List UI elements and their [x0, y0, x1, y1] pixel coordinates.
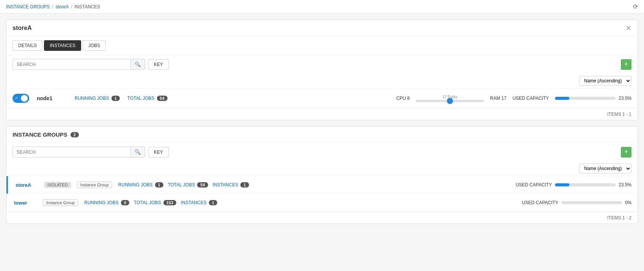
- ig-running-jobs-label-storeA[interactable]: RUNNING JOBS: [118, 182, 153, 187]
- cpu-label: CPU 8: [396, 96, 409, 101]
- ig-running-jobs-label-tower[interactable]: RUNNING JOBS: [84, 200, 119, 205]
- bottom-panel: INSTANCE GROUPS 2 🔍 KEY + Name (Ascendin…: [6, 126, 638, 224]
- tab-details[interactable]: DETAILS: [13, 40, 42, 51]
- bottom-search-input[interactable]: [13, 147, 130, 157]
- ig-total-jobs-badge-tower: 153: [163, 200, 176, 205]
- running-jobs-badge: 1: [111, 96, 120, 101]
- total-jobs-group: TOTAL JOBS 54: [127, 96, 168, 101]
- breadcrumb-sep1: /: [52, 4, 53, 9]
- toggle-check-icon: ✓: [15, 96, 18, 101]
- top-toolbar: 🔍 KEY +: [6, 55, 638, 74]
- top-search-wrap: 🔍: [13, 59, 145, 70]
- top-sort-select[interactable]: Name (Ascending): [579, 76, 631, 86]
- top-add-button[interactable]: +: [621, 59, 631, 70]
- capacity-progress-fill: [555, 97, 569, 100]
- ig-capacity-label-storeA: USED CAPACITY: [516, 182, 552, 187]
- ig-instances-label-storeA[interactable]: INSTANCES: [213, 182, 238, 187]
- running-jobs-label[interactable]: RUNNING JOBS: [75, 96, 109, 101]
- instance-name: node1: [37, 95, 67, 101]
- capacity-pct: 23.5%: [619, 96, 631, 101]
- top-search-input[interactable]: [13, 60, 130, 69]
- tab-instances[interactable]: INSTANCES: [44, 40, 81, 51]
- ig-row-storeA: storeA ISOLATED Instance Group RUNNING J…: [6, 176, 638, 194]
- bottom-panel-body: storeA ISOLATED Instance Group RUNNING J…: [6, 176, 638, 212]
- refresh-button[interactable]: ⟳: [633, 3, 638, 10]
- ig-instances-group-tower: INSTANCES 1: [181, 200, 217, 205]
- bottom-panel-title: INSTANCE GROUPS: [13, 131, 67, 138]
- top-panel-header: storeA ✕: [6, 20, 638, 36]
- ig-total-jobs-group-tower: TOTAL JOBS 153: [134, 200, 176, 205]
- ig-instances-group-storeA: INSTANCES 1: [213, 182, 249, 187]
- capacity-label: USED CAPACITY: [512, 96, 549, 101]
- ig-progress-bar-storeA: [555, 183, 616, 186]
- ig-progress-fill-storeA: [555, 183, 569, 186]
- top-panel-body: ✓ node1 RUNNING JOBS 1 TOTAL JOBS 54 CPU…: [6, 88, 638, 108]
- bottom-sort-bar: Name (Ascending): [6, 161, 638, 176]
- bottom-items-count: ITEMS 1 - 2: [6, 212, 638, 224]
- bottom-search-wrap: 🔍: [13, 147, 145, 158]
- breadcrumb-storea[interactable]: storeA: [55, 4, 69, 9]
- ig-running-jobs-badge-tower: 0: [121, 200, 129, 205]
- capacity-progress-bar: [555, 97, 616, 100]
- top-panel-close-button[interactable]: ✕: [626, 25, 631, 32]
- slider-track[interactable]: [416, 100, 484, 102]
- ig-stats-tower: RUNNING JOBS 0 TOTAL JOBS 153 INSTANCES …: [84, 200, 516, 205]
- top-sort-bar: Name (Ascending): [6, 74, 638, 88]
- ig-row-accent: [6, 176, 8, 194]
- ig-name-tower[interactable]: tower: [14, 200, 37, 206]
- forks-slider-wrap: 17 Forks: [416, 95, 484, 102]
- top-panel: storeA ✕ DETAILS INSTANCES JOBS 🔍 KEY + …: [6, 20, 638, 120]
- ig-total-jobs-label-storeA[interactable]: TOTAL JOBS: [168, 182, 195, 187]
- ig-badge-type-storeA: Instance Group: [77, 181, 112, 188]
- bottom-panel-count-badge: 2: [71, 132, 79, 137]
- bottom-add-button[interactable]: +: [621, 147, 631, 158]
- top-items-count: ITEMS 1 - 1: [6, 108, 638, 120]
- slider-thumb[interactable]: [447, 98, 453, 104]
- ig-badge-isolated: ISOLATED: [44, 182, 71, 188]
- ig-total-jobs-label-tower[interactable]: TOTAL JOBS: [134, 200, 161, 205]
- ig-capacity-label-tower: USED CAPACITY: [522, 200, 558, 205]
- breadcrumb-sep2: /: [71, 4, 72, 9]
- bottom-sort-select[interactable]: Name (Ascending): [579, 164, 631, 173]
- ig-badge-type-tower: Instance Group: [43, 199, 78, 206]
- total-jobs-badge: 54: [157, 96, 168, 101]
- ig-running-jobs-group-tower: RUNNING JOBS 0: [84, 200, 129, 205]
- ig-total-jobs-badge-storeA: 54: [197, 182, 208, 187]
- running-jobs-group: RUNNING JOBS 1: [75, 96, 120, 101]
- ig-capacity-pct-storeA: 23.5%: [619, 182, 631, 187]
- top-search-button[interactable]: 🔍: [130, 59, 145, 69]
- ig-total-jobs-group-storeA: TOTAL JOBS 54: [168, 182, 208, 187]
- total-jobs-label[interactable]: TOTAL JOBS: [127, 96, 155, 101]
- ig-row-tower: tower Instance Group RUNNING JOBS 0 TOTA…: [6, 194, 638, 212]
- ig-capacity-storeA: USED CAPACITY 23.5%: [516, 182, 631, 187]
- forks-area: CPU 8 17 Forks RAM 17 USED CAPACITY 23.5…: [396, 95, 631, 102]
- bottom-toolbar: 🔍 KEY +: [6, 143, 638, 161]
- ig-capacity-tower: USED CAPACITY 0%: [522, 200, 631, 205]
- ram-label: RAM 17: [490, 96, 506, 101]
- top-panel-title: storeA: [13, 25, 32, 32]
- bottom-search-button[interactable]: 🔍: [130, 147, 145, 157]
- ig-capacity-pct-tower: 0%: [625, 200, 631, 205]
- top-key-button[interactable]: KEY: [148, 59, 169, 70]
- ig-stats-storeA: RUNNING JOBS 1 TOTAL JOBS 54 INSTANCES 1: [118, 182, 509, 187]
- instance-row-node1: ✓ node1 RUNNING JOBS 1 TOTAL JOBS 54 CPU…: [6, 88, 638, 108]
- bottom-key-button[interactable]: KEY: [148, 147, 169, 158]
- tab-bar: DETAILS INSTANCES JOBS: [6, 36, 638, 55]
- instance-toggle[interactable]: ✓: [13, 94, 29, 103]
- breadcrumb-instances: INSTANCES: [75, 4, 100, 9]
- tab-jobs[interactable]: JOBS: [83, 40, 106, 51]
- breadcrumb: INSTANCE GROUPS / storeA / INSTANCES ⟳: [0, 0, 644, 14]
- breadcrumb-instance-groups[interactable]: INSTANCE GROUPS: [6, 4, 50, 9]
- ig-name-storeA[interactable]: storeA: [16, 182, 38, 188]
- ig-running-jobs-badge-storeA: 1: [155, 182, 163, 187]
- ig-instances-badge-storeA: 1: [240, 182, 249, 187]
- ig-running-jobs-group-storeA: RUNNING JOBS 1: [118, 182, 163, 187]
- ig-instances-label-tower[interactable]: INSTANCES: [181, 200, 207, 205]
- capacity-progress-wrap: 23.5%: [555, 96, 631, 101]
- ig-progress-wrap-storeA: 23.5%: [555, 182, 631, 187]
- ig-progress-wrap-tower: 0%: [561, 200, 631, 205]
- ig-instances-badge-tower: 1: [209, 200, 217, 205]
- bottom-panel-header: INSTANCE GROUPS 2: [6, 127, 638, 143]
- ig-progress-bar-tower: [561, 201, 622, 204]
